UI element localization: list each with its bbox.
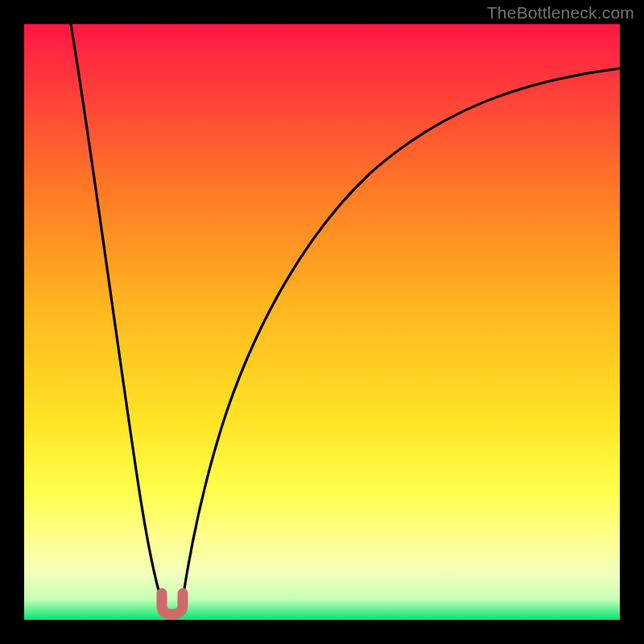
chart-frame: TheBottleneck.com xyxy=(0,0,644,644)
bottleneck-chart xyxy=(24,24,620,620)
watermark-text: TheBottleneck.com xyxy=(487,3,634,23)
